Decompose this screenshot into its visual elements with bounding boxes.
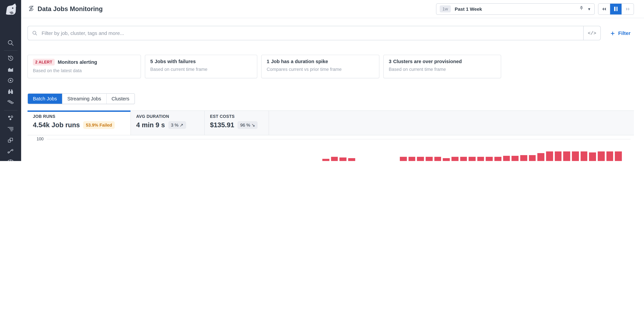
metric-value: 4.54k Job runs xyxy=(33,121,80,129)
job-runs-chart: 100500 12:00Sat 1512:00Jun 1612:00Mon 17… xyxy=(28,135,634,161)
tab-clusters[interactable]: Clusters xyxy=(106,94,134,104)
chart-bar[interactable] xyxy=(563,151,570,161)
apm-icon[interactable] xyxy=(0,135,21,146)
job-type-tabs: Batch Jobs Streaming Jobs Clusters xyxy=(28,93,135,104)
metric-est-costs[interactable]: EST COSTS $135.91 96 % ↘ xyxy=(204,111,269,135)
time-preset-chip: 1w xyxy=(440,5,451,13)
chart-bar[interactable] xyxy=(434,157,441,161)
time-pause-button[interactable] xyxy=(610,4,622,14)
chart-bar[interactable] xyxy=(606,151,613,161)
trend-chip: 96 % ↘ xyxy=(238,121,258,129)
page-title: Data Jobs Monitoring xyxy=(38,5,103,13)
insight-card-over-provisioned[interactable]: 3 Clusters are over provisioned Based on… xyxy=(384,55,501,78)
integrations-icon[interactable] xyxy=(0,97,21,108)
history-icon[interactable] xyxy=(0,53,21,64)
metric-value: 4 min 9 s xyxy=(136,121,165,129)
chart-bar[interactable] xyxy=(322,159,329,161)
chart-bar[interactable] xyxy=(589,152,596,161)
chart-bar[interactable] xyxy=(331,157,338,161)
logs-icon[interactable] xyxy=(0,124,21,135)
chart-bar[interactable] xyxy=(443,158,450,161)
insight-card-monitors-alerting[interactable]: 2 ALERT Monitors alerting Based on the l… xyxy=(28,55,141,78)
time-backward-button[interactable] xyxy=(598,4,610,14)
chart-bar[interactable] xyxy=(538,153,544,161)
insight-card-jobs-failures[interactable]: 5 Jobs with failures Based on current ti… xyxy=(145,55,257,78)
failed-percent-chip: 53.9% Failed xyxy=(83,121,115,129)
card-title: Jobs with failures xyxy=(155,59,196,64)
chart-bar[interactable] xyxy=(460,157,467,161)
sidebar-divider xyxy=(4,110,17,111)
time-playback-controls xyxy=(598,3,634,15)
trend-chip: 3 % ↗ xyxy=(168,121,186,129)
search-box xyxy=(28,26,583,40)
y-tick-label: 100 xyxy=(28,137,44,141)
security-icon[interactable] xyxy=(0,157,21,161)
card-subtitle: Based on current time frame xyxy=(389,67,496,72)
card-count: 1 xyxy=(267,59,269,64)
infrastructure-icon[interactable] xyxy=(0,113,21,124)
chart-bar[interactable] xyxy=(554,151,562,161)
metric-value: $135.91 xyxy=(210,121,234,129)
card-subtitle: Based on the latest data xyxy=(33,68,136,73)
chart-bar[interactable] xyxy=(486,157,493,161)
insight-cards: 2 ALERT Monitors alerting Based on the l… xyxy=(28,55,634,78)
metrics-filler xyxy=(269,111,634,135)
time-range-label: Past 1 Week xyxy=(455,6,482,12)
chart-bar[interactable] xyxy=(512,156,518,161)
filter-row: </> ＋ Filter xyxy=(28,26,634,40)
card-count: 5 xyxy=(150,59,153,64)
time-forward-button[interactable] xyxy=(622,4,634,14)
search-icon[interactable] xyxy=(0,37,21,48)
chart-bar[interactable] xyxy=(615,151,622,161)
metric-avg-duration[interactable]: AVG DURATION 4 min 9 s 3 % ↗ xyxy=(131,111,204,135)
chevron-down-icon[interactable]: ▼ xyxy=(587,7,591,11)
card-subtitle: Compares current vs prior time frame xyxy=(267,67,374,72)
pin-icon[interactable] xyxy=(579,6,584,12)
watchdog-icon[interactable] xyxy=(0,75,21,86)
plus-icon: ＋ xyxy=(610,30,616,36)
chart-bar[interactable] xyxy=(348,158,355,161)
metric-job-runs[interactable]: JOB RUNS 4.54k Job runs 53.9% Failed xyxy=(28,111,131,135)
alert-count-badge: 2 ALERT xyxy=(33,59,55,66)
chart-bar[interactable] xyxy=(529,155,536,161)
card-title: Clusters are over provisioned xyxy=(393,59,462,64)
chart-bar[interactable] xyxy=(340,158,346,161)
search-icon xyxy=(32,30,38,36)
chart-bar[interactable] xyxy=(494,157,501,161)
chart-bar[interactable] xyxy=(400,157,407,161)
gridline: 100 xyxy=(47,139,630,139)
chart-bar[interactable] xyxy=(477,157,484,161)
card-title: Monitors alerting xyxy=(58,60,97,65)
time-range-picker[interactable]: 1w Past 1 Week ▼ xyxy=(436,3,595,15)
add-filter-button[interactable]: ＋ Filter xyxy=(608,30,632,37)
sidebar-nav: ? Help xyxy=(0,0,21,161)
search-input[interactable] xyxy=(41,30,579,36)
app-window: ? Help Data Jobs Monitoring 1w Past 1 We… xyxy=(0,0,644,161)
metrics-icon[interactable] xyxy=(0,64,21,75)
chart-bar[interactable] xyxy=(468,157,476,161)
insight-card-duration-spike[interactable]: 1 Job has a duration spike Compares curr… xyxy=(261,55,379,78)
sidebar-divider xyxy=(4,50,17,51)
tab-streaming-jobs[interactable]: Streaming Jobs xyxy=(62,94,107,104)
chart-bar[interactable] xyxy=(417,157,424,161)
chart-bar[interactable] xyxy=(598,151,604,161)
binoculars-icon[interactable] xyxy=(0,86,21,97)
datadog-logo[interactable] xyxy=(3,2,18,19)
card-subtitle: Based on current time frame xyxy=(150,67,252,72)
pause-icon xyxy=(614,7,618,11)
service-map-icon[interactable] xyxy=(0,146,21,157)
chart-bar[interactable] xyxy=(572,151,579,161)
chart-bar[interactable] xyxy=(452,157,458,161)
tab-batch-jobs[interactable]: Batch Jobs xyxy=(28,94,62,104)
chart-bar[interactable] xyxy=(580,151,587,161)
chart-bar[interactable] xyxy=(503,156,510,161)
chart-bar[interactable] xyxy=(408,157,415,161)
query-syntax-button[interactable]: </> xyxy=(583,26,601,40)
chart-bar[interactable] xyxy=(546,151,553,161)
chart-bar[interactable] xyxy=(520,155,527,161)
chart-bar[interactable] xyxy=(426,157,432,161)
card-count: 3 xyxy=(389,59,392,64)
summary-metrics: JOB RUNS 4.54k Job runs 53.9% Failed AVG… xyxy=(28,111,634,135)
card-title: Job has a duration spike xyxy=(271,59,328,64)
top-bar: Data Jobs Monitoring 1w Past 1 Week ▼ xyxy=(21,0,644,18)
